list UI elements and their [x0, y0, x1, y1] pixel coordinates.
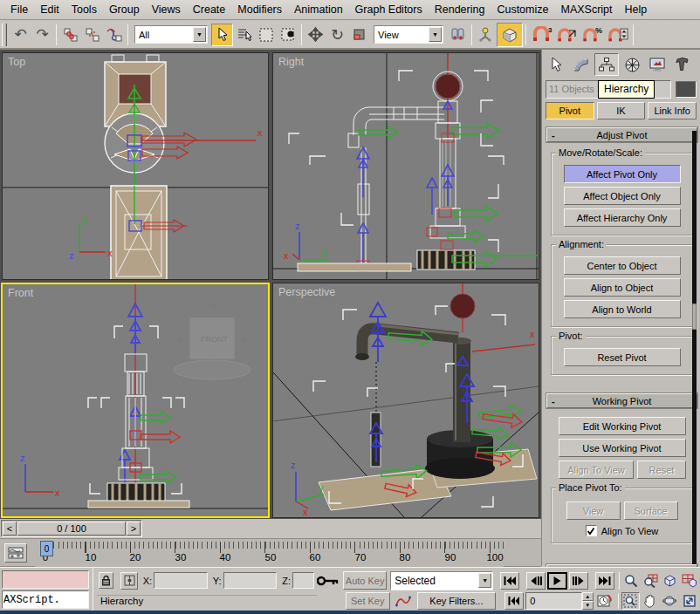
spinner-down-icon[interactable]: ▼ — [582, 601, 594, 610]
percent-snap-toggle-button[interactable]: % — [580, 24, 605, 46]
menu-maxscript[interactable]: MAXScript — [554, 1, 618, 18]
menu-animation[interactable]: Animation — [288, 1, 349, 18]
play-animation-button[interactable] — [547, 572, 566, 590]
object-color-swatch[interactable] — [676, 81, 697, 98]
menu-help[interactable]: Help — [619, 1, 654, 18]
reset-working-pivot-button[interactable]: Reset — [637, 460, 685, 479]
viewport-right-label[interactable]: Right — [278, 56, 304, 68]
menu-rendering[interactable]: Rendering — [429, 1, 491, 18]
zoom-extents-all-button[interactable] — [681, 572, 698, 590]
menu-graph-editors[interactable]: Graph Editors — [349, 1, 429, 18]
toolbar-grip[interactable] — [2, 24, 7, 46]
select-and-link-button[interactable] — [59, 24, 81, 46]
dropdown-arrow-icon[interactable]: ▼ — [429, 27, 442, 42]
maxscript-mini-listener[interactable] — [2, 570, 89, 589]
snaps-toggle-button[interactable]: 3 — [529, 24, 554, 46]
rectangular-selection-region-button[interactable] — [255, 24, 277, 46]
orbit-view-button[interactable] — [661, 592, 678, 610]
menu-tools[interactable]: Tools — [65, 1, 103, 18]
viewport-perspective[interactable]: x z y x Perspective — [272, 283, 539, 518]
select-and-rotate-button[interactable]: ↻ — [326, 24, 348, 46]
angle-snap-toggle-button[interactable] — [554, 24, 580, 46]
pan-view-button[interactable] — [642, 592, 659, 610]
use-pivot-point-center-button[interactable] — [447, 24, 469, 46]
tab-modify[interactable] — [569, 53, 594, 76]
dropdown-arrow-icon[interactable]: ▼ — [193, 27, 206, 42]
menu-views[interactable]: Views — [146, 1, 187, 18]
zoom-button[interactable] — [622, 572, 640, 590]
panel-scrollbar-thumb[interactable] — [692, 304, 697, 330]
rollout-adjust-pivot-header[interactable]: - Adjust Pivot — [546, 127, 697, 142]
set-key-button[interactable]: Set Key — [346, 592, 390, 610]
absolute-offset-mode-toggle[interactable] — [120, 572, 137, 590]
select-and-move-button[interactable] — [305, 24, 326, 46]
go-to-end-button[interactable] — [595, 572, 614, 590]
tab-motion[interactable] — [620, 53, 644, 76]
selection-filter-dropdown[interactable]: All ▼ — [134, 25, 208, 44]
time-slider-handle[interactable]: 0 / 100 — [17, 522, 126, 536]
menu-group[interactable]: Group — [103, 1, 146, 18]
viewport-top[interactable]: x y x z Top — [2, 52, 269, 280]
go-to-start-button[interactable] — [500, 572, 519, 590]
tab-hierarchy[interactable] — [594, 53, 619, 76]
y-coordinate-field[interactable] — [223, 572, 278, 589]
reset-pivot-button[interactable]: Reset Pivot — [564, 348, 681, 366]
subtab-ik[interactable]: IK — [597, 102, 646, 119]
viewport-right[interactable]: z y x Right — [272, 52, 539, 280]
z-coordinate-field[interactable] — [292, 572, 314, 589]
zoom-all-button[interactable] — [642, 572, 659, 590]
subtab-link-info[interactable]: Link Info — [648, 102, 697, 119]
menu-edit[interactable]: Edit — [34, 1, 65, 18]
place-pivot-view-button[interactable]: View — [566, 501, 621, 520]
align-to-object-button[interactable]: Align to Object — [564, 278, 681, 297]
menu-customize[interactable]: Customize — [491, 1, 554, 18]
select-object-button[interactable] — [211, 24, 233, 46]
set-keys-button[interactable] — [314, 570, 341, 592]
select-by-name-button[interactable] — [233, 24, 255, 46]
spinner-up-icon[interactable]: ▲ — [582, 592, 594, 601]
viewport-front-active[interactable]: FRONT — [1, 283, 270, 518]
reference-coordinate-dropdown[interactable]: View ▼ — [374, 25, 443, 44]
default-tangent-button[interactable] — [394, 592, 414, 610]
redo-button[interactable]: ↷ — [31, 24, 53, 46]
panel-scrollbar[interactable] — [692, 131, 697, 564]
viewport-perspective-label[interactable]: Perspective — [278, 286, 335, 298]
center-to-object-button[interactable]: Center to Object — [564, 256, 681, 275]
place-pivot-surface-button[interactable]: Surface — [624, 501, 678, 520]
maximize-viewport-toggle[interactable] — [681, 592, 698, 610]
next-frame-button[interactable] — [569, 572, 588, 590]
track-bar[interactable]: 0 10 20 30 40 50 60 70 80 90 100 0 — [0, 538, 541, 567]
bind-to-spacewarp-button[interactable] — [103, 24, 125, 46]
use-working-pivot-button[interactable]: Use Working Pivot — [559, 439, 686, 457]
rollout-working-pivot-header[interactable]: - Working Pivot — [546, 393, 697, 408]
align-to-world-button[interactable]: Align to World — [564, 300, 681, 318]
tab-create[interactable] — [544, 53, 568, 76]
menu-file[interactable]: File — [4, 1, 34, 18]
time-slider-next-button[interactable]: > — [127, 522, 141, 536]
affect-hierarchy-only-button[interactable]: Affect Hierarchy Only — [564, 208, 681, 227]
unlink-selection-button[interactable] — [81, 24, 103, 46]
menu-modifiers[interactable]: Modifiers — [231, 1, 288, 18]
tab-utilities[interactable] — [670, 53, 695, 76]
affect-pivot-only-button[interactable]: Affect Pivot Only — [564, 165, 681, 183]
keyboard-override-toggle[interactable] — [497, 23, 523, 47]
key-filters-button[interactable]: Key Filters... — [417, 592, 496, 610]
affect-object-only-button[interactable]: Affect Object Only — [564, 187, 681, 205]
align-to-view-checkbox[interactable] — [586, 525, 597, 536]
time-slider-track[interactable]: < 0 / 100 > — [1, 520, 142, 537]
viewport-front-label[interactable]: Front — [8, 287, 33, 299]
time-configuration-button[interactable] — [596, 592, 614, 610]
select-and-manipulate-button[interactable] — [475, 24, 497, 46]
time-slider-prev-button[interactable]: < — [3, 522, 17, 536]
auto-key-button[interactable]: Auto Key — [343, 571, 387, 590]
current-frame-field[interactable]: 0 — [525, 592, 582, 610]
window-crossing-button[interactable] — [277, 24, 299, 46]
frame-spinner[interactable]: ▲▼ — [582, 592, 594, 610]
key-mode-toggle-button[interactable] — [504, 592, 524, 610]
zoom-extents-button[interactable] — [662, 572, 679, 590]
menu-create[interactable]: Create — [187, 1, 232, 18]
selection-lock-toggle[interactable] — [99, 572, 113, 589]
tab-display[interactable] — [645, 53, 669, 76]
viewport-top-label[interactable]: Top — [8, 56, 25, 68]
key-mode-dropdown[interactable]: Selected ▼ — [390, 571, 493, 590]
